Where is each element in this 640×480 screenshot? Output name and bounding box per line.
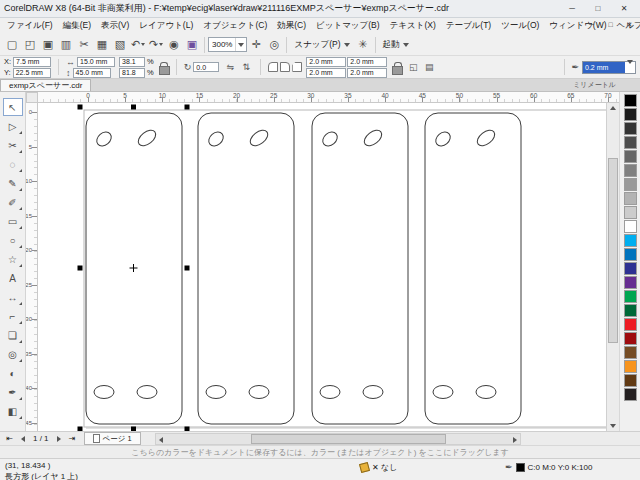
vertical-scrollbar[interactable] <box>606 103 619 431</box>
new-document-icon[interactable]: ▢ <box>3 36 21 54</box>
palette-swatch[interactable] <box>624 290 637 303</box>
zoom-fit-icon[interactable]: ◎ <box>265 36 283 54</box>
menu-item[interactable]: ファイル(F) <box>2 18 58 34</box>
welcome-screen-icon[interactable]: ▣ <box>183 36 201 54</box>
menu-item[interactable]: ツール(O) <box>496 18 544 34</box>
menu-item[interactable]: 表示(V) <box>96 18 134 34</box>
rectangle-tool[interactable]: ▭ <box>3 212 23 230</box>
next-page-button[interactable] <box>53 433 66 445</box>
horizontal-scrollbar[interactable] <box>155 433 521 445</box>
artistic-media-tool[interactable]: ✐ <box>3 193 23 211</box>
palette-swatch[interactable] <box>624 276 637 289</box>
palette-swatch[interactable] <box>624 136 637 149</box>
palette-swatch[interactable] <box>624 248 637 261</box>
previous-page-button[interactable] <box>16 433 29 445</box>
menu-item[interactable]: テキスト(X) <box>385 18 441 34</box>
print-icon[interactable]: ▥ <box>57 36 75 54</box>
round-corner-button[interactable] <box>268 62 278 72</box>
selection-handle[interactable] <box>78 266 83 271</box>
connector-tool[interactable]: ⌐ <box>3 307 23 325</box>
palette-swatch[interactable] <box>624 346 637 359</box>
selection-handle[interactable] <box>185 105 190 110</box>
redo-icon[interactable]: ↷ <box>147 36 165 54</box>
drawing-canvas[interactable] <box>38 103 606 431</box>
vertical-ruler[interactable]: 051015202530354045 <box>26 103 38 431</box>
zoom-level-combo[interactable]: 300% <box>208 37 247 52</box>
parallel-dimension-tool[interactable]: ↔ <box>3 288 23 306</box>
outline-width-combo[interactable]: 0.2 mm <box>582 61 636 74</box>
mirror-horizontal-button[interactable]: ⇋ <box>223 60 237 74</box>
selection-handle[interactable] <box>185 266 190 271</box>
last-page-button[interactable]: ⇥ <box>66 433 79 445</box>
save-icon[interactable]: ▣ <box>39 36 57 54</box>
palette-swatch[interactable] <box>624 178 637 191</box>
scale-lock-icon[interactable] <box>159 62 168 73</box>
scale-y-field[interactable]: 81.8 <box>119 68 145 78</box>
menu-item[interactable]: オブジェクト(C) <box>198 18 272 34</box>
corner-radius-field[interactable]: 2.0 mm <box>306 57 346 67</box>
object-width-field[interactable]: 15.0 mm <box>77 57 115 67</box>
corner-radius-lock-icon[interactable] <box>392 62 401 73</box>
palette-swatch[interactable] <box>624 360 637 373</box>
rotation-angle-field[interactable]: 0.0 <box>193 62 219 72</box>
selection-handle[interactable] <box>131 105 136 110</box>
corner-radius-field[interactable]: 2.0 mm <box>306 68 346 78</box>
palette-swatch[interactable] <box>624 94 637 107</box>
scale-x-field[interactable]: 38.1 <box>119 57 145 67</box>
contour-tool[interactable]: ◎ <box>3 345 23 363</box>
zoom-tool[interactable]: ◌ <box>3 155 23 173</box>
snap-dropdown[interactable]: スナップ(P) <box>290 36 353 54</box>
palette-swatch[interactable] <box>624 234 637 247</box>
undo-icon[interactable]: ↶ <box>129 36 147 54</box>
mirror-vertical-button[interactable]: ⇅ <box>239 60 253 74</box>
drop-shadow-tool[interactable]: ❏ <box>3 326 23 344</box>
menu-item[interactable]: 編集(E) <box>58 18 96 34</box>
copy-icon[interactable]: ▦ <box>93 36 111 54</box>
wrap-text-icon[interactable]: ▤ <box>422 60 436 74</box>
palette-swatch[interactable] <box>624 304 637 317</box>
palette-swatch[interactable] <box>624 332 637 345</box>
document-tab[interactable]: exmpスペーサー.cdr <box>0 79 91 91</box>
chamfered-corner-button[interactable] <box>292 62 302 72</box>
palette-swatch[interactable] <box>624 262 637 275</box>
scroll-up-icon[interactable] <box>610 106 616 110</box>
scalloped-corner-button[interactable] <box>280 62 290 72</box>
pick-tool[interactable]: ↖ <box>3 98 23 116</box>
doc-minimize-button[interactable]: ─ <box>583 19 600 30</box>
page-tab[interactable]: ページ 1 <box>84 432 141 445</box>
shape-tool[interactable]: ▷ <box>3 117 23 135</box>
palette-swatch[interactable] <box>624 150 637 163</box>
scroll-down-icon[interactable] <box>610 424 616 428</box>
transparency-tool[interactable]: ◐ <box>3 364 23 382</box>
palette-swatch[interactable] <box>624 220 637 233</box>
doc-restore-button[interactable]: □ <box>602 19 619 30</box>
scroll-left-icon[interactable] <box>159 437 163 443</box>
palette-swatch[interactable] <box>624 318 637 331</box>
menu-item[interactable]: 効果(C) <box>272 18 311 34</box>
ellipse-tool[interactable]: ○ <box>3 231 23 249</box>
chevron-down-icon[interactable] <box>235 38 246 51</box>
cut-icon[interactable]: ✂ <box>75 36 93 54</box>
menu-item[interactable]: レイアウト(L) <box>134 18 198 34</box>
palette-swatch[interactable] <box>624 388 637 401</box>
polygon-tool[interactable]: ☆ <box>3 250 23 268</box>
palette-swatch[interactable] <box>624 374 637 387</box>
palette-swatch[interactable] <box>624 192 637 205</box>
options-gear-icon[interactable]: ✳ <box>354 36 372 54</box>
search-icon[interactable]: ◉ <box>165 36 183 54</box>
object-height-field[interactable]: 45.0 mm <box>73 68 111 78</box>
corner-radius-field[interactable]: 2.0 mm <box>347 68 387 78</box>
palette-swatch[interactable] <box>624 122 637 135</box>
x-position-field[interactable]: 7.5 mm <box>13 57 51 67</box>
launch-dropdown[interactable]: 起動 <box>379 36 413 54</box>
close-button[interactable]: ✕ <box>612 2 636 16</box>
open-icon[interactable]: ◰ <box>21 36 39 54</box>
chevron-down-icon[interactable] <box>625 64 635 71</box>
doc-close-button[interactable]: ✕ <box>621 19 638 30</box>
y-position-field[interactable]: 22.5 mm <box>13 68 51 78</box>
interactive-fill-tool[interactable]: ◧ <box>3 402 23 420</box>
scale-corners-icon[interactable]: ◱ <box>406 60 420 74</box>
pan-icon[interactable]: ✛ <box>247 36 265 54</box>
freehand-tool[interactable]: ✎ <box>3 174 23 192</box>
menu-item[interactable]: ビットマップ(B) <box>311 18 385 34</box>
